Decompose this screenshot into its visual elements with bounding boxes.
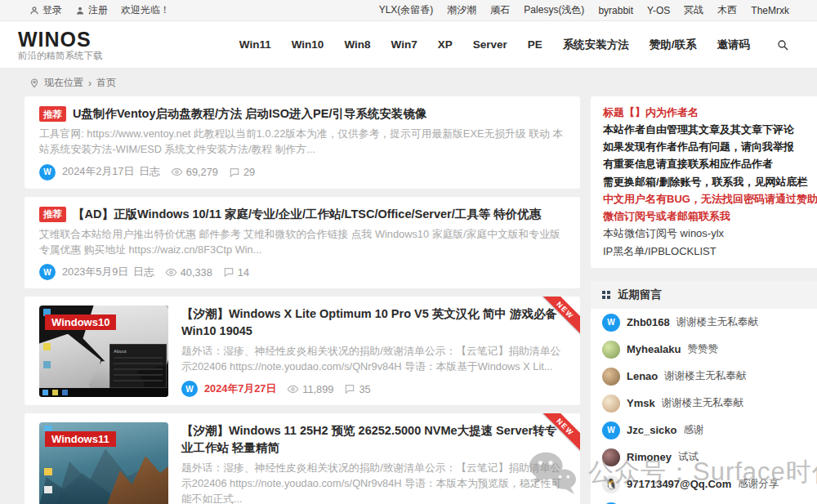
friend-link[interactable]: Y-OS — [647, 5, 670, 16]
comment-text: 感谢 — [683, 423, 703, 437]
nav-item[interactable]: Win8 — [344, 38, 370, 51]
recent-comments-title: 近期留言 — [618, 288, 662, 302]
views-count: 69,279 — [186, 166, 218, 178]
site-logo[interactable]: WINOS 前沿的精简系统下载 — [18, 28, 103, 62]
notice-line: 如果发现有作者作品有问题，请向我举报 — [603, 139, 817, 156]
commenter-name: Ymsk — [627, 397, 655, 409]
commenter-avatar: 🐧 — [602, 475, 620, 493]
views-stat: 69,279 — [171, 166, 218, 178]
commenter-avatar — [602, 341, 620, 359]
article-thumbnail-win10[interactable]: About Windows10 — [39, 306, 168, 397]
commenter-name: Lenao — [627, 370, 658, 382]
commenter-avatar — [602, 395, 620, 413]
topbar: 登录 注册 欢迎光临！ YLX(余留香) 潮汐潮 顽石 Palesys(浅色) … — [0, 0, 817, 21]
friend-link[interactable]: TheMrxk — [751, 5, 789, 16]
article-title[interactable]: 【AD】正版Windows 10/11 家庭/专业/企业/工作站/LTSC/Of… — [73, 206, 541, 222]
nav-item[interactable]: 赞助/联系 — [650, 38, 697, 52]
user-outline-icon — [29, 6, 39, 16]
comments-stat: 14 — [223, 266, 249, 279]
article-thumbnail-win11[interactable]: Windows11 — [39, 422, 168, 504]
friend-link[interactable]: 木西 — [717, 3, 737, 17]
comment-icon — [223, 266, 234, 278]
author-avatar: W — [181, 381, 198, 397]
friend-link[interactable]: 冥战 — [684, 3, 703, 17]
article-category[interactable]: 日志 — [139, 165, 160, 179]
commenter-name: Myhealaku — [627, 343, 681, 355]
article-title-row: 【汐潮】Windows X Lite Optimum 10 Pro V5 英文汉… — [181, 306, 565, 339]
location-pin-icon — [29, 78, 39, 88]
article-date: 2024年2月17日 — [62, 165, 134, 179]
notice-line: 本站微信订阅号 winos-ylx — [603, 225, 817, 243]
register-link[interactable]: 注册 — [75, 3, 108, 17]
topbar-left: 登录 注册 欢迎光临！ — [29, 3, 170, 17]
comment-row[interactable]: 🐧 971713497@Qq.Com 感谢分享 — [591, 471, 817, 497]
notice-box: 标题【】内为作者名 本站作者自由管理其文章及其文章下评论 如果发现有作者作品有问… — [591, 96, 817, 268]
nav-item[interactable]: Win7 — [391, 38, 417, 51]
eye-icon — [287, 383, 299, 395]
comment-row[interactable]: Rimoney 试试 — [591, 444, 817, 471]
article-card[interactable]: NEW About Windows10 【汐潮】Windows X Lite O… — [25, 297, 580, 405]
breadcrumb-home[interactable]: 首页 — [96, 76, 116, 90]
commenter-name: 971713497@Qq.Com — [627, 478, 731, 490]
login-link[interactable]: 登录 — [29, 3, 62, 17]
welcome-text: 欢迎光临！ — [121, 3, 170, 17]
nav-item[interactable]: 邀请码 — [717, 38, 751, 52]
comment-row[interactable]: Lenao 谢谢楼主无私奉献 — [591, 363, 817, 390]
grid-icon — [602, 291, 610, 299]
commenter-avatar — [602, 368, 620, 386]
article-title[interactable]: U盘制作Ventoy启动盘教程/方法 启动ISO进入PE/引导系统安装镜像 — [73, 105, 426, 122]
article-card[interactable]: NEW Windows11 【汐潮】Windows 11 25H2 预览 262… — [25, 413, 580, 504]
friend-link[interactable]: 潮汐潮 — [447, 3, 476, 17]
friend-links: YLX(余留香) 潮汐潮 顽石 Palesys(浅色) byrabbit Y-O… — [379, 3, 789, 17]
comments-count: 29 — [243, 166, 255, 178]
comment-row[interactable]: W Zhb0168 谢谢楼主无私奉献 — [591, 309, 817, 336]
comment-row[interactable]: Myhealaku 赞赞赞 — [591, 336, 817, 363]
article-meta: W 2024年7月27日 11,899 35 — [181, 381, 565, 397]
commenter-avatar: W — [602, 421, 620, 439]
friend-link[interactable]: YLX(余留香) — [379, 3, 434, 17]
friend-link[interactable]: Palesys(浅色) — [524, 3, 584, 17]
friend-link[interactable]: byrabbit — [598, 5, 633, 16]
commenter-avatar: W — [602, 314, 620, 332]
nav-item[interactable]: 系统安装方法 — [563, 38, 629, 52]
comments-stat: 35 — [344, 383, 370, 395]
article-title-row: 推荐 U盘制作Ventoy启动盘教程/方法 启动ISO进入PE/引导系统安装镜像 — [39, 105, 565, 122]
nav-item[interactable]: XP — [438, 38, 453, 51]
article-card[interactable]: 推荐 U盘制作Ventoy启动盘教程/方法 启动ISO进入PE/引导系统安装镜像… — [25, 96, 580, 189]
article-card[interactable]: 推荐 【AD】正版Windows 10/11 家庭/专业/企业/工作站/LTSC… — [25, 197, 580, 289]
comment-row[interactable]: W Jzc_sicko 感谢 — [591, 417, 817, 444]
comment-text: 谢谢楼主无私奉献 — [662, 396, 743, 410]
site-slogan: 前沿的精简系统下载 — [18, 51, 103, 61]
article-title[interactable]: 【汐潮】Windows X Lite Optimum 10 Pro V5 英文汉… — [181, 306, 565, 339]
friend-link[interactable]: 顽石 — [490, 3, 510, 17]
commenter-name: Rimoney — [627, 451, 672, 463]
register-label: 注册 — [88, 3, 108, 17]
views-stat: 11,899 — [287, 383, 333, 395]
nav-item[interactable]: Win11 — [239, 38, 271, 51]
article-title[interactable]: 【汐潮】Windows 11 25H2 预览 26252.5000 NVMe大提… — [181, 422, 565, 456]
notice-line: 微信订阅号或者邮箱联系我 — [603, 208, 817, 225]
nav-item[interactable]: Win10 — [292, 38, 324, 51]
recommend-badge: 推荐 — [39, 106, 66, 122]
recent-comments-box: 近期留言 W Zhb0168 谢谢楼主无私奉献 Myhealaku 赞赞赞 — [591, 281, 817, 504]
article-meta: W 2024年2月17日 日志 69,279 29 — [39, 164, 565, 181]
thumb-label: Windows11 — [45, 431, 116, 447]
nav-item[interactable]: Server — [473, 38, 507, 51]
thumb-label: Windows10 — [45, 314, 116, 330]
nav-item[interactable]: PE — [528, 38, 542, 51]
article-excerpt: 工具官网: https://www.ventoy.net 此教程以当前1.0.2… — [39, 126, 565, 157]
notice-line: 标题【】内为作者名 — [603, 104, 817, 121]
search-button[interactable] — [776, 38, 789, 51]
notice-line: 有重要信息请直接联系相应作品作者 — [603, 156, 817, 173]
user-filled-icon — [75, 6, 85, 16]
breadcrumb-separator: › — [88, 78, 92, 89]
comments-count: 35 — [359, 383, 370, 395]
comment-row[interactable]: W Anthonybin521 感谢分享 — [591, 497, 817, 504]
article-excerpt: 题外话：湿疹、神经性皮炎相关状况的捐助/致谢清单公示：【云笔记】捐助清单公示20… — [181, 460, 565, 504]
article-category[interactable]: 日志 — [133, 265, 154, 279]
comment-row[interactable]: Ymsk 谢谢楼主无私奉献 — [591, 390, 817, 417]
commenter-name: Zhb0168 — [627, 316, 670, 328]
content-area: 推荐 U盘制作Ventoy启动盘教程/方法 启动ISO进入PE/引导系统安装镜像… — [25, 96, 792, 504]
comment-text: 赞赞赞 — [687, 342, 718, 356]
comment-icon — [344, 383, 355, 395]
